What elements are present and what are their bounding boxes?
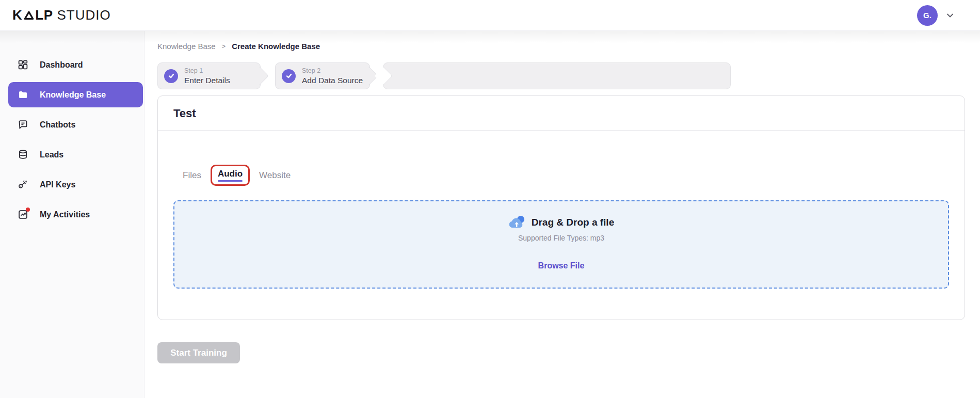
- drop-zone-title: Drag & Drop a file: [532, 217, 614, 228]
- sidebar-item-leads[interactable]: Leads: [0, 142, 143, 167]
- tab-website[interactable]: Website: [252, 166, 298, 185]
- sidebar-item-knowledge-base[interactable]: Knowledge Base: [8, 82, 143, 107]
- browse-file-button[interactable]: Browse File: [538, 261, 585, 270]
- logo-triangle-icon: [23, 10, 35, 21]
- sidebar-item-dashboard[interactable]: Dashboard: [0, 52, 143, 77]
- step-2-add-data-source[interactable]: Step 2 Add Data Source: [275, 62, 370, 89]
- chat-bubble-icon: [17, 119, 28, 131]
- sidebar-item-label: Leads: [40, 150, 63, 160]
- step-label: Step 2: [302, 67, 363, 74]
- sidebar-item-my-activities[interactable]: My Activities: [0, 202, 143, 227]
- stepper: Step 1 Enter Details Step 2 Add Data Sou…: [157, 62, 965, 89]
- knowledge-base-name: Test: [173, 107, 949, 120]
- logo-text-k: K: [12, 7, 22, 23]
- breadcrumb-knowledge-base-link[interactable]: Knowledge Base: [157, 42, 216, 51]
- dashboard-grid-icon: [17, 59, 28, 71]
- logo-text-lp: LP: [35, 7, 53, 23]
- sidebar-item-label: Chatbots: [40, 120, 75, 130]
- api-key-icon: [17, 179, 28, 190]
- step-1-enter-details[interactable]: Step 1 Enter Details: [157, 62, 261, 89]
- breadcrumb-current-page: Create Knowledge Base: [232, 42, 320, 51]
- logo-text-studio: STUDIO: [57, 7, 111, 23]
- app-logo[interactable]: K LP STUDIO: [12, 7, 111, 23]
- step-label: Step 1: [184, 67, 230, 74]
- notification-dot: [26, 208, 30, 212]
- start-training-button[interactable]: Start Training: [157, 342, 240, 363]
- step-title: Enter Details: [184, 76, 230, 85]
- tab-files[interactable]: Files: [175, 166, 208, 185]
- sidebar-item-api-keys[interactable]: API Keys: [0, 172, 143, 197]
- folder-icon: [17, 89, 28, 101]
- tab-audio[interactable]: Audio: [212, 166, 248, 184]
- sidebar-item-label: Dashboard: [40, 60, 83, 70]
- panel-header: Test: [158, 96, 965, 131]
- audio-tab-red-highlight: Audio: [211, 165, 250, 186]
- data-source-tabs: Files Audio Website: [175, 165, 949, 186]
- activity-chart-icon: [17, 209, 28, 220]
- cloud-upload-icon: [508, 215, 525, 229]
- step-1-check-icon: [164, 69, 178, 83]
- database-icon: [17, 149, 28, 161]
- create-knowledge-base-panel: Test Files Audio Website: [157, 95, 965, 320]
- breadcrumb-separator: >: [222, 42, 226, 50]
- sidebar-item-chatbots[interactable]: Chatbots: [0, 112, 143, 137]
- topbar: K LP STUDIO G.: [0, 0, 980, 31]
- sidebar-item-label: Knowledge Base: [40, 90, 106, 100]
- user-avatar[interactable]: G.: [917, 5, 938, 26]
- supported-file-types: Supported File Types: mp3: [518, 234, 604, 242]
- step-title: Add Data Source: [302, 76, 363, 85]
- step-2-check-icon: [282, 69, 296, 83]
- panel-body: Files Audio Website: [158, 165, 965, 320]
- sidebar-item-label: API Keys: [40, 180, 75, 189]
- step-3-placeholder: [383, 62, 731, 89]
- main-content: Knowledge Base > Create Knowledge Base S…: [144, 31, 980, 398]
- file-drop-zone[interactable]: Drag & Drop a file Supported File Types:…: [173, 200, 949, 289]
- sidebar-item-label: My Activities: [40, 210, 90, 219]
- chevron-down-icon[interactable]: [946, 11, 954, 20]
- sidebar: Dashboard Knowledge Base Chatbots: [0, 31, 144, 398]
- breadcrumb: Knowledge Base > Create Knowledge Base: [157, 42, 965, 51]
